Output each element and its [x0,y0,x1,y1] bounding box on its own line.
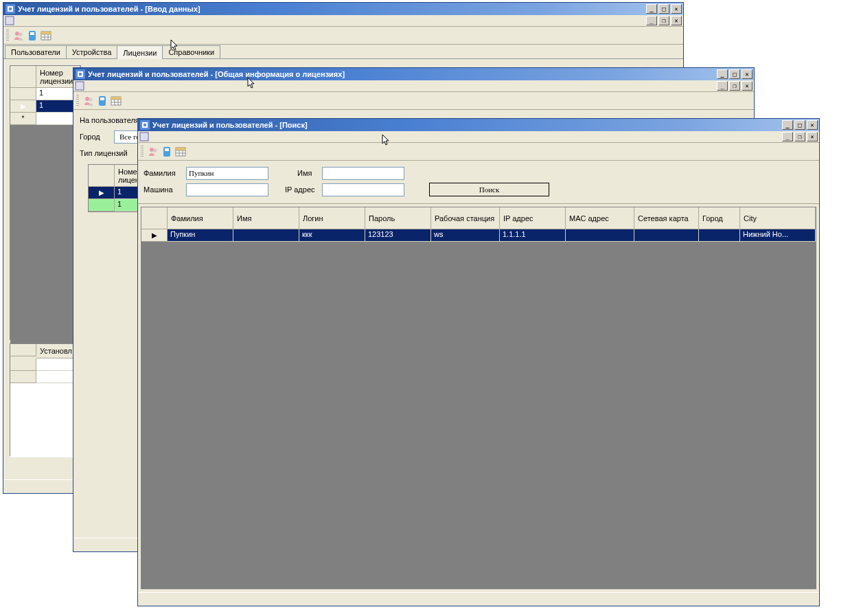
mdi-restore-button[interactable]: ❐ [794,132,805,141]
title-text-win2: Учет лицензий и пользователей - [Общая и… [88,70,345,78]
minimize-button[interactable]: _ [646,4,657,14]
title-text-win3: Учет лицензий и пользователей - [Поиск] [152,121,308,129]
tabstrip-win1: Пользователи Устройства Лицензии Справоч… [3,45,683,59]
table-row[interactable] [10,371,80,383]
col-ip[interactable]: IP адрес [500,207,566,229]
search-button[interactable]: Поиск [429,183,549,196]
col-lastname[interactable]: Фамилия [168,207,233,229]
svg-rect-23 [176,148,185,150]
key-icon[interactable] [161,146,172,157]
results-grid[interactable]: Фамилия Имя Логин Пароль Рабочая станция… [141,207,816,589]
col-netcard[interactable]: Сетевая карта [634,207,699,229]
row-marker: ▶ [89,187,115,199]
col-city-en[interactable]: City [740,207,816,229]
minimize-button[interactable]: _ [782,120,793,130]
toolbar-win2 [73,92,754,110]
table-row[interactable]: 1 [10,88,80,100]
mdi-minimize-button[interactable]: _ [646,16,657,25]
titlebar-win3[interactable]: Учет лицензий и пользователей - [Поиск] … [138,119,819,131]
title-text-win1: Учет лицензий и пользователей - [Ввод да… [18,5,200,13]
app-icon [140,120,150,130]
mdi-child-icon [75,81,84,91]
table-row[interactable] [10,358,80,371]
svg-point-18 [150,148,154,152]
table-icon[interactable] [175,146,186,157]
mdi-child-icon [139,132,149,141]
svg-rect-7 [41,32,51,34]
user-icon[interactable] [83,95,94,106]
ip-input[interactable] [322,183,404,196]
label-lastname: Фамилия [143,169,182,177]
label-ip: IP адрес [285,185,318,194]
toolbar-grip [76,95,79,107]
label-per-user: На пользователя [80,116,139,124]
tab-references[interactable]: Справочники [162,45,220,58]
col-firstname[interactable]: Имя [233,207,299,229]
mdi-minimize-button[interactable]: _ [717,81,728,91]
search-panel: Фамилия Имя Машина IP адрес Поиск [138,161,819,204]
mdi-close-button[interactable]: ✕ [807,132,818,141]
maximize-button[interactable]: □ [729,69,740,79]
mdi-close-button[interactable]: ✕ [671,16,682,25]
svg-rect-9 [76,82,84,90]
svg-rect-5 [30,32,34,35]
tab-users[interactable]: Пользователи [5,45,67,58]
mdi-bar-win2: _ ❐ ✕ [73,80,754,92]
mdi-minimize-button[interactable]: _ [782,132,793,141]
statusbar-win3 [138,592,819,606]
label-machine: Машина [143,185,182,194]
titlebar-win2[interactable]: Учет лицензий и пользователей - [Общая и… [73,68,754,80]
firstname-input[interactable] [322,167,404,180]
license-grid-top[interactable]: Номер лицензии 1 ▶ 1 * [10,65,81,340]
tab-licenses[interactable]: Лицензии [117,45,163,59]
license-grid-bottom[interactable]: Установл. [10,343,81,456]
table-icon[interactable] [111,95,122,106]
titlebar-win1[interactable]: Учет лицензий и пользователей - [Ввод да… [3,3,683,15]
mdi-close-button[interactable]: ✕ [742,81,753,91]
toolbar-win3 [138,143,819,161]
mdi-restore-button[interactable]: ❐ [658,16,669,25]
table-icon[interactable] [41,30,51,41]
machine-input[interactable] [186,183,268,196]
label-firstname: Имя [297,169,318,177]
svg-point-2 [15,32,19,36]
key-icon[interactable] [27,30,38,41]
row-marker: * [10,113,36,125]
col-mac[interactable]: MAC адрес [566,207,634,229]
grid-body-empty [141,242,816,589]
minimize-button[interactable]: _ [717,69,728,79]
maximize-button[interactable]: □ [794,120,805,130]
toolbar-grip [6,30,9,42]
close-button[interactable]: ✕ [742,69,753,79]
key-icon[interactable] [97,95,108,106]
table-row[interactable]: ▶ Пупкин ккк 123123 ws 1.1.1.1 Нижний Но… [141,229,816,242]
col-city-ru[interactable]: Город [699,207,740,229]
mdi-bar-win1: _ ❐ ✕ [3,15,683,27]
app-icon [5,4,15,14]
table-row[interactable]: * [10,113,80,125]
col-password[interactable]: Пароль [365,207,431,229]
svg-rect-15 [111,97,121,100]
table-row[interactable]: ▶ 1 [10,100,80,113]
tab-devices[interactable]: Устройства [66,45,118,58]
window-search: Учет лицензий и пользователей - [Поиск] … [137,118,820,606]
svg-rect-21 [165,148,169,151]
user-icon[interactable] [148,146,159,157]
close-button[interactable]: ✕ [807,120,818,130]
toolbar-grip [141,146,143,158]
row-marker [10,88,36,100]
user-icon[interactable] [13,30,24,41]
lastname-input[interactable] [186,167,268,180]
mdi-restore-button[interactable]: ❐ [729,81,740,91]
toolbar-win1 [3,27,683,45]
svg-point-10 [85,97,89,101]
row-marker [89,199,115,212]
col-workstation[interactable]: Рабочая станция [431,207,500,229]
close-button[interactable]: ✕ [671,4,682,14]
maximize-button[interactable]: □ [658,4,669,14]
label-city: Город [80,133,110,141]
col-login[interactable]: Логин [299,207,365,229]
svg-point-3 [19,32,23,36]
app-icon [76,69,85,79]
mdi-child-icon [5,16,14,25]
